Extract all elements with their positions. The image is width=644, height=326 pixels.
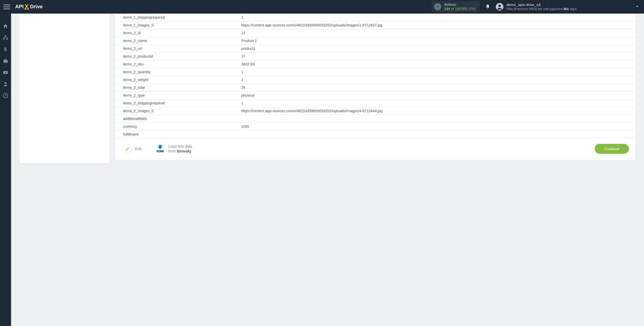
menu-toggle-icon[interactable] <box>4 4 10 10</box>
topbar: API X Drive i Actions: 234 of 100'000 (0… <box>0 0 644 14</box>
sitemap-icon[interactable] <box>3 35 9 41</box>
dollar-icon[interactable]: $ <box>3 46 9 52</box>
load-text: Load test data from Simvoly <box>168 144 192 154</box>
field-key: items_2_quantity <box>115 68 241 76</box>
table-row: items_2_images_0https://content.app-sour… <box>115 107 635 115</box>
avatar-icon <box>496 3 503 11</box>
svg-rect-15 <box>157 150 164 152</box>
field-key: currency <box>115 123 241 131</box>
field-value: 1 <box>241 99 635 107</box>
briefcase-icon[interactable] <box>3 58 9 64</box>
table-row: items_2_nameProduct 1 <box>115 37 635 45</box>
continue-button[interactable]: Continue <box>595 144 629 154</box>
svg-rect-8 <box>7 38 8 40</box>
table-row: items_1_images_0https://content.app-sour… <box>115 21 635 29</box>
svg-point-5 <box>498 5 501 7</box>
field-key: items_2_images_0 <box>115 107 241 115</box>
table-row: currencyUSD <box>115 123 635 131</box>
table-row: items_2_quantity1 <box>115 68 635 76</box>
table-row: additionalfields <box>115 115 635 123</box>
svg-point-16 <box>158 151 158 152</box>
actions-text: Actions: 234 of 100'000 (0%) <box>444 3 476 11</box>
left-panel <box>20 14 109 163</box>
field-key: items_1_shippingrequired <box>115 14 241 21</box>
field-key: fulfillment <box>115 131 241 138</box>
field-value <box>241 115 635 123</box>
field-value: 1 <box>241 14 635 21</box>
svg-text:?: ? <box>5 94 7 98</box>
table-row: items_1_shippingrequired1 <box>115 14 635 21</box>
edit-button[interactable]: Edit <box>123 144 142 154</box>
actions-counter[interactable]: i Actions: 234 of 100'000 (0%) <box>432 1 480 13</box>
table-row: fulfillment <box>115 131 635 138</box>
svg-text:Drive: Drive <box>30 4 43 9</box>
field-key: items_2_name <box>115 37 241 45</box>
field-key: items_2_id <box>115 29 241 37</box>
table-row: items_2_shippingrequired1 <box>115 99 635 107</box>
logo[interactable]: API X Drive <box>15 3 55 10</box>
field-key: items_2_type <box>115 92 241 99</box>
field-value: 1 <box>241 76 635 84</box>
field-value: Product 1 <box>241 37 635 45</box>
page-content: items_1_shippingrequired1items_1_images_… <box>11 14 644 326</box>
field-value: 29 <box>241 84 635 92</box>
field-key: items_2_url <box>115 45 241 53</box>
help-icon[interactable]: ? <box>3 93 9 99</box>
actions-used: 234 <box>444 7 450 11</box>
user-menu[interactable]: demo_apix-drive_s3 Plan |Premium PRO| le… <box>496 3 639 11</box>
svg-point-12 <box>5 82 6 84</box>
plan-prefix: Plan | <box>506 7 515 11</box>
home-icon[interactable] <box>3 23 9 29</box>
load-line1: Load test data <box>168 144 192 149</box>
field-key: items_2_sku <box>115 60 241 68</box>
chevron-down-icon <box>635 4 639 10</box>
field-value <box>241 131 635 138</box>
field-key: items_2_total <box>115 84 241 92</box>
table-row: items_2_productid17 <box>115 53 635 60</box>
svg-text:API: API <box>15 4 24 9</box>
field-value: https://content.app-sources.com/s/462243… <box>241 21 635 29</box>
svg-rect-7 <box>3 38 5 40</box>
svg-point-17 <box>159 151 160 152</box>
load-source: Simvoly <box>177 149 191 153</box>
svg-text:$: $ <box>4 47 7 52</box>
field-value: physical <box>241 92 635 99</box>
field-value: USD <box>241 123 635 131</box>
field-key: additionalfields <box>115 115 241 123</box>
edit-label: Edit <box>135 147 142 151</box>
svg-rect-10 <box>4 60 8 63</box>
info-icon: i <box>434 3 441 10</box>
field-key: items_2_weight <box>115 76 241 84</box>
load-test-data-button[interactable]: Load test data from Simvoly <box>156 144 192 154</box>
main-panel: items_1_shippingrequired1items_1_images_… <box>115 14 635 160</box>
actions-of: of <box>451 7 454 11</box>
plan-sep: | <box>536 7 537 11</box>
field-value: 17 <box>241 53 635 60</box>
field-key: items_2_productid <box>115 53 241 60</box>
load-from: from <box>168 149 176 153</box>
user-icon[interactable] <box>3 81 9 87</box>
field-value: https://content.app-sources.com/s/462243… <box>241 107 635 115</box>
field-value: 3632-99 <box>241 60 635 68</box>
actions-row: Edit Load test data <box>115 138 635 154</box>
plan-left: left until payment <box>538 7 562 11</box>
pencil-icon <box>123 144 132 154</box>
youtube-icon[interactable] <box>3 69 9 75</box>
sidebar: $ ? <box>0 14 11 326</box>
table-row: items_2_typephysical <box>115 92 635 99</box>
table-row: items_2_total29 <box>115 84 635 92</box>
data-table: items_1_shippingrequired1items_1_images_… <box>115 14 635 138</box>
actions-label: Actions: <box>444 3 476 7</box>
bell-icon[interactable] <box>485 4 490 10</box>
field-value: product1 <box>241 45 635 53</box>
field-value: 1 <box>241 68 635 76</box>
download-icon <box>156 144 165 153</box>
plan-name: Premium PRO <box>515 7 536 11</box>
table-row: items_2_id12 <box>115 29 635 37</box>
field-value: 12 <box>241 29 635 37</box>
username: demo_apix-drive_s3 <box>506 3 577 7</box>
actions-limit: 100'000 <box>455 7 467 11</box>
table-row: items_2_weight1 <box>115 76 635 84</box>
plan-days-num: 351 <box>563 7 569 11</box>
field-key: items_1_images_0 <box>115 21 241 29</box>
